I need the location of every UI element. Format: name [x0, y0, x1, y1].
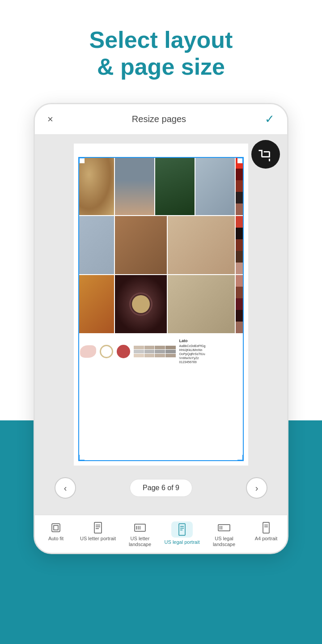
prev-page-button[interactable]: ‹ [55, 477, 76, 499]
tab-auto-fit[interactable]: Auto fit [35, 520, 77, 549]
color-strip-1 [236, 157, 244, 215]
swatch3-a [236, 275, 244, 287]
font-preview: Lato AaBbCcDdEeFfGg HhIiJjKkLlMmNn OoPpQ… [179, 339, 242, 364]
bottom-swatches-strip: Lato AaBbCcDdEeFfGg HhIiJjKkLlMmNn OoPpQ… [78, 335, 244, 368]
photo-building [78, 216, 114, 274]
swatch3-b [236, 287, 244, 298]
photo-street [78, 275, 114, 333]
svg-rect-18 [263, 522, 269, 533]
header-section: Select layout & page size [0, 0, 322, 94]
swatch3-c [236, 298, 244, 310]
photo-corks [78, 157, 114, 215]
page-document: Lato AaBbCcDdEeFfGg HhIiJjKkLlMmNn OoPpQ… [74, 144, 248, 466]
tab-us-letter-landscape-label: US letter landscape [120, 536, 160, 547]
svg-rect-0 [258, 150, 261, 151]
swatch-ring [100, 345, 113, 358]
tab-us-letter-portrait-label: US letter portrait [80, 536, 116, 542]
next-page-button[interactable]: › [246, 477, 267, 499]
swatch2-light [236, 263, 244, 274]
swatch-brown [236, 180, 244, 192]
auto-fit-icon [50, 521, 62, 534]
phone-mockup: × Resize pages ✓ [34, 103, 288, 554]
photo-phones [195, 157, 235, 215]
svg-rect-2 [52, 524, 60, 532]
photo-woman-bottom [168, 275, 235, 333]
confirm-button[interactable]: ✓ [265, 112, 275, 126]
swatch-darkred [236, 169, 244, 180]
swatch-mocha [236, 203, 244, 215]
photo-woman-big [168, 216, 235, 274]
swatch2-brown [236, 239, 244, 251]
tab-us-legal-portrait-label: US legal portrait [165, 539, 200, 545]
main-title: Select layout & page size [18, 27, 304, 80]
tab-us-legal-portrait[interactable]: US legal portrait [161, 520, 203, 549]
corner-handle-bl[interactable] [78, 455, 85, 461]
tab-auto-fit-label: Auto fit [48, 536, 64, 542]
svg-rect-1 [269, 159, 270, 161]
tab-a4-portrait[interactable]: A4 portrait [245, 520, 287, 549]
grid-row-middle [78, 216, 244, 274]
swatch3-d [236, 310, 244, 322]
photo-woman-selfie [115, 157, 154, 215]
page-indicator: Page 6 of 9 [130, 479, 192, 497]
us-letter-portrait-icon [92, 521, 104, 534]
swatch3-e [236, 322, 244, 333]
tab-bar: Auto fit US letter portrait [35, 515, 287, 553]
us-legal-portrait-icon [176, 523, 188, 536]
tab-us-legal-landscape[interactable]: US legal landscape [203, 520, 245, 549]
tab-us-legal-landscape-label: US legal landscape [204, 536, 244, 547]
swatch-dark [236, 192, 244, 203]
app-screen: × Resize pages ✓ [35, 104, 287, 553]
swatch2-mid [236, 251, 244, 263]
canvas-area: Lato AaBbCcDdEeFfGg HhIiJjKkLlMmNn OoPpQ… [35, 135, 287, 515]
dialog-title: Resize pages [132, 114, 186, 124]
photo-vinyl [115, 275, 167, 333]
color-strip-2 [236, 216, 244, 274]
photo-forest [155, 157, 195, 215]
close-button[interactable]: × [47, 114, 53, 125]
us-letter-landscape-icon [134, 521, 146, 534]
mini-color-grid [134, 346, 176, 357]
svg-rect-3 [94, 522, 102, 533]
svg-rect-11 [179, 524, 185, 535]
grid-row-bottom [78, 275, 244, 333]
swatch2-red [236, 216, 244, 228]
grid-row-top [78, 157, 244, 215]
crop-icon [258, 147, 273, 162]
tab-us-letter-portrait[interactable]: US letter portrait [77, 520, 119, 549]
photo-grid [78, 157, 244, 333]
top-bar: × Resize pages ✓ [35, 104, 287, 135]
us-legal-landscape-icon [218, 521, 230, 534]
color-strip-3 [236, 275, 244, 333]
a4-portrait-icon [260, 521, 272, 534]
swatch2-dark [236, 228, 244, 239]
crop-fab-button[interactable] [251, 140, 280, 169]
photo-wood [115, 216, 167, 274]
pagination-row: ‹ Page 6 of 9 › [44, 470, 278, 506]
tab-a4-portrait-label: A4 portrait [255, 536, 278, 542]
swatch-solid [117, 345, 130, 358]
swatch-red [236, 157, 244, 169]
swatch-blob [80, 345, 96, 358]
tab-us-letter-landscape[interactable]: US letter landscape [119, 520, 161, 549]
corner-handle-br[interactable] [237, 455, 244, 461]
